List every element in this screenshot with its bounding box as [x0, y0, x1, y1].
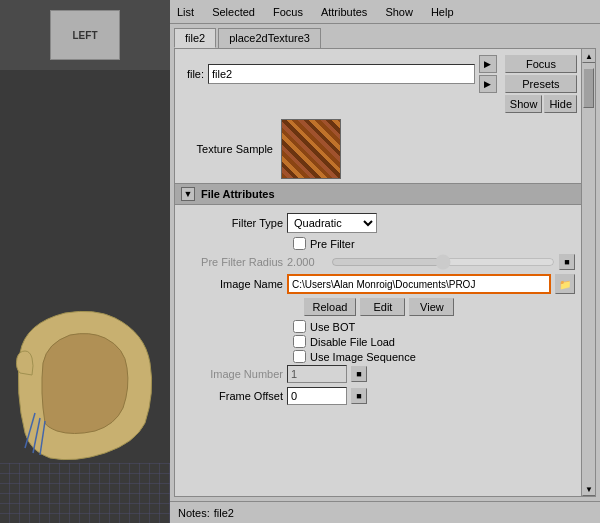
menu-bar: List Selected Focus Attributes Show Help: [170, 0, 600, 24]
menu-list[interactable]: List: [174, 5, 197, 19]
chair-svg: [5, 293, 165, 473]
file-input[interactable]: [208, 64, 475, 84]
menu-attributes[interactable]: Attributes: [318, 5, 370, 19]
menu-focus[interactable]: Focus: [270, 5, 306, 19]
notes-value: file2: [214, 507, 234, 519]
right-panel: List Selected Focus Attributes Show Help…: [170, 0, 600, 523]
notes-bar: Notes: file2: [170, 501, 600, 523]
scroll-down-arrow[interactable]: ▼: [582, 482, 596, 496]
frame-offset-input[interactable]: [287, 387, 347, 405]
texture-area: Texture Sample: [175, 115, 581, 183]
texture-sample: [281, 119, 341, 179]
use-bot-checkbox[interactable]: [293, 320, 306, 333]
texture-label: Texture Sample: [183, 143, 273, 155]
view-cube: LEFT: [50, 10, 120, 60]
show-button[interactable]: Show: [505, 95, 543, 113]
focus-button[interactable]: Focus: [505, 55, 577, 73]
use-bot-row: Use BOT: [183, 320, 575, 333]
pre-filter-slider[interactable]: [331, 255, 555, 269]
frame-offset-mini-btn[interactable]: ■: [351, 388, 367, 404]
image-number-label: Image Number: [183, 368, 283, 380]
frame-offset-row: Frame Offset ■: [183, 387, 575, 405]
presets-button[interactable]: Presets: [505, 75, 577, 93]
scroll-up-arrow[interactable]: ▲: [582, 49, 596, 63]
use-image-sequence-label: Use Image Sequence: [310, 351, 416, 363]
viewport-panel[interactable]: LEFT: [0, 0, 170, 523]
pre-filter-row: Pre Filter: [183, 237, 575, 250]
image-name-input[interactable]: [287, 274, 551, 294]
content-area: file: ▶ ▶ Focus Presets Show Hide: [174, 48, 596, 497]
pre-filter-label: Pre Filter: [310, 238, 355, 250]
view-button[interactable]: View: [409, 298, 454, 316]
tab-bar: file2 place2dTexture3: [170, 24, 600, 48]
input-arrow-btn-2[interactable]: ▶: [479, 75, 497, 93]
section-title: File Attributes: [201, 188, 275, 200]
pre-filter-radius-label: Pre Filter Radius: [183, 256, 283, 268]
pre-filter-radius-value: 2.000: [287, 256, 327, 268]
image-name-label: Image Name: [183, 278, 283, 290]
3d-viewport[interactable]: [0, 70, 170, 523]
edit-button[interactable]: Edit: [360, 298, 405, 316]
pre-filter-checkbox[interactable]: [293, 237, 306, 250]
main-scrollbar[interactable]: ▲ ▼: [581, 49, 595, 496]
tab-place2d-label: place2dTexture3: [229, 32, 310, 44]
filter-type-row: Filter Type Quadratic: [183, 213, 575, 233]
use-image-sequence-row: Use Image Sequence: [183, 350, 575, 363]
slider-container: ■: [331, 254, 575, 270]
frame-offset-label: Frame Offset: [183, 390, 283, 402]
side-buttons: ▶ ▶: [479, 55, 497, 93]
image-name-row: Image Name 📁: [183, 274, 575, 294]
filter-type-label: Filter Type: [183, 217, 283, 229]
folder-button[interactable]: 📁: [555, 274, 575, 294]
use-image-sequence-checkbox[interactable]: [293, 350, 306, 363]
use-bot-label: Use BOT: [310, 321, 355, 333]
tab-place2d[interactable]: place2dTexture3: [218, 28, 321, 48]
tab-file2[interactable]: file2: [174, 28, 216, 48]
section-content: Filter Type Quadratic Pre Filter Pre Fil…: [175, 205, 581, 496]
main-content: file: ▶ ▶ Focus Presets Show Hide: [175, 49, 581, 496]
collapse-button[interactable]: ▼: [181, 187, 195, 201]
filter-type-select[interactable]: Quadratic: [287, 213, 377, 233]
cube-label: LEFT: [73, 30, 98, 41]
notes-label: Notes:: [178, 507, 210, 519]
menu-help[interactable]: Help: [428, 5, 457, 19]
section-header: ▼ File Attributes: [175, 183, 581, 205]
input-arrow-btn-1[interactable]: ▶: [479, 55, 497, 73]
image-number-row: Image Number ■: [183, 365, 575, 383]
menu-selected[interactable]: Selected: [209, 5, 258, 19]
file-label: file:: [179, 68, 204, 80]
disable-file-load-row: Disable File Load: [183, 335, 575, 348]
scroll-thumb[interactable]: [583, 68, 594, 108]
disable-file-load-checkbox[interactable]: [293, 335, 306, 348]
grid-floor: [0, 463, 170, 523]
tab-file2-label: file2: [185, 32, 205, 44]
image-number-input[interactable]: [287, 365, 347, 383]
hide-button[interactable]: Hide: [544, 95, 577, 113]
file-attributes-section: ▼ File Attributes Filter Type Quadratic: [175, 183, 581, 496]
scroll-track[interactable]: [582, 63, 595, 482]
pre-filter-radius-row: Pre Filter Radius 2.000 ■: [183, 254, 575, 270]
slider-mini-btn[interactable]: ■: [559, 254, 575, 270]
image-number-mini-btn[interactable]: ■: [351, 366, 367, 382]
action-buttons-row: Reload Edit View: [183, 298, 575, 316]
reload-button[interactable]: Reload: [304, 298, 357, 316]
menu-show[interactable]: Show: [382, 5, 416, 19]
disable-file-load-label: Disable File Load: [310, 336, 395, 348]
